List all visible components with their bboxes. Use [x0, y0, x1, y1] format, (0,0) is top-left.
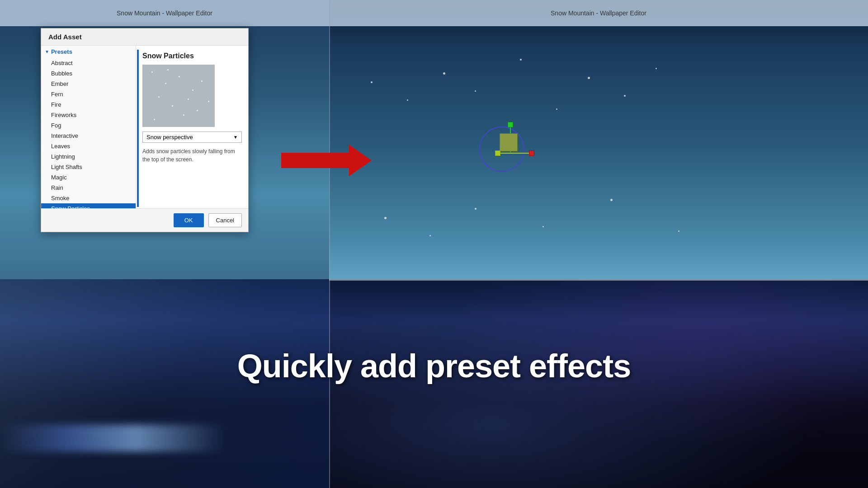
preset-title: Snow Particles	[142, 52, 242, 60]
snow-particle	[371, 81, 373, 83]
perspective-dropdown[interactable]: Snow perspective ▼	[142, 131, 242, 143]
dropdown-row: Snow perspective ▼	[142, 131, 242, 143]
dialog-footer: OK Cancel	[41, 208, 248, 232]
main-text-container: Quickly add preset effects	[0, 298, 868, 434]
tree-item-magic[interactable]: Magic	[41, 172, 136, 183]
gizmo-square	[500, 133, 518, 151]
preview-snow-dot	[172, 105, 173, 107]
tree-item-abstract[interactable]: Abstract	[41, 58, 136, 68]
tree-item-fire[interactable]: Fire	[41, 99, 136, 110]
preview-box	[142, 65, 215, 127]
transform-gizmo	[479, 122, 538, 181]
snow-particle	[443, 72, 445, 75]
gizmo-handle-left[interactable]	[495, 150, 500, 156]
preview-snow-dot	[197, 110, 198, 111]
preview-snow-dot	[167, 69, 169, 70]
tree-item-fireworks[interactable]: Fireworks	[41, 110, 136, 120]
dialog-body: ▼ Presets Abstract Bubbles Ember Fern Fi…	[41, 46, 248, 208]
preview-snow-dot	[179, 76, 180, 77]
gizmo-handle-right[interactable]	[529, 150, 534, 156]
presets-chevron-icon: ▼	[45, 49, 49, 54]
snow-particle	[542, 226, 544, 227]
tree-item-leaves[interactable]: Leaves	[41, 141, 136, 151]
app-title-right: Snow Mountain - Wallpaper Editor	[551, 9, 646, 17]
tree-item-light-shafts[interactable]: Light Shafts	[41, 162, 136, 172]
snow-particle	[520, 59, 522, 61]
snow-particle	[384, 217, 387, 219]
tree-item-snow-particles[interactable]: Snow Particles	[41, 203, 136, 208]
dialog-right-panel: Snow Particles Snow perspec	[136, 46, 248, 208]
dropdown-arrow-icon: ▼	[233, 135, 238, 140]
snow-particle	[475, 208, 476, 210]
add-asset-dialog: Add Asset ▼ Presets Abstract Bubbles Emb…	[41, 28, 249, 232]
tree-item-rain[interactable]: Rain	[41, 183, 136, 193]
snow-particle	[610, 199, 613, 201]
header-right: Snow Mountain - Wallpaper Editor	[329, 0, 868, 26]
tree-item-interactive[interactable]: Interactive	[41, 131, 136, 141]
red-arrow	[281, 145, 372, 178]
main-headline: Quickly add preset effects	[237, 347, 631, 385]
snow-particle	[656, 68, 657, 69]
preset-description: Adds snow particles slowly falling from …	[142, 147, 242, 164]
tree-item-bubbles[interactable]: Bubbles	[41, 68, 136, 79]
dropdown-value: Snow perspective	[146, 134, 193, 141]
preview-snow-dot	[188, 99, 189, 100]
svg-marker-0	[281, 145, 372, 176]
snow-particle	[624, 95, 626, 97]
dialog-left-panel: ▼ Presets Abstract Bubbles Ember Fern Fi…	[41, 46, 136, 208]
cancel-button[interactable]: Cancel	[208, 213, 242, 227]
preview-snow-dot	[154, 119, 155, 120]
ok-button[interactable]: OK	[174, 213, 204, 227]
snow-particle	[429, 235, 431, 236]
snow-particle	[407, 99, 408, 101]
tree-item-lightning[interactable]: Lightning	[41, 151, 136, 162]
horizontal-divider	[329, 279, 868, 281]
app-title-left: Snow Mountain - Wallpaper Editor	[117, 9, 212, 17]
snow-particle	[588, 77, 590, 79]
tree-item-fern[interactable]: Fern	[41, 89, 136, 99]
tree-item-smoke[interactable]: Smoke	[41, 193, 136, 203]
gizmo-handle-top[interactable]	[508, 122, 513, 127]
tree-item-ember[interactable]: Ember	[41, 79, 136, 89]
presets-label: Presets	[51, 48, 72, 55]
header-left: Snow Mountain - Wallpaper Editor	[0, 0, 329, 26]
preview-snow-dot	[183, 114, 184, 116]
panel-indicator	[137, 50, 139, 207]
snow-particle	[678, 230, 679, 232]
preview-snow-dot	[151, 71, 153, 73]
snow-particle	[475, 90, 476, 92]
presets-section-header[interactable]: ▼ Presets	[41, 46, 136, 58]
dialog-title: Add Asset	[41, 28, 248, 46]
preview-snow-dot	[201, 80, 203, 82]
preview-snow-dot	[192, 89, 193, 91]
preview-snow-dot	[208, 101, 209, 102]
snow-particle	[556, 108, 557, 110]
preview-snow-dot	[158, 96, 160, 98]
preview-snow-dot	[165, 83, 166, 84]
tree-item-fog[interactable]: Fog	[41, 120, 136, 131]
